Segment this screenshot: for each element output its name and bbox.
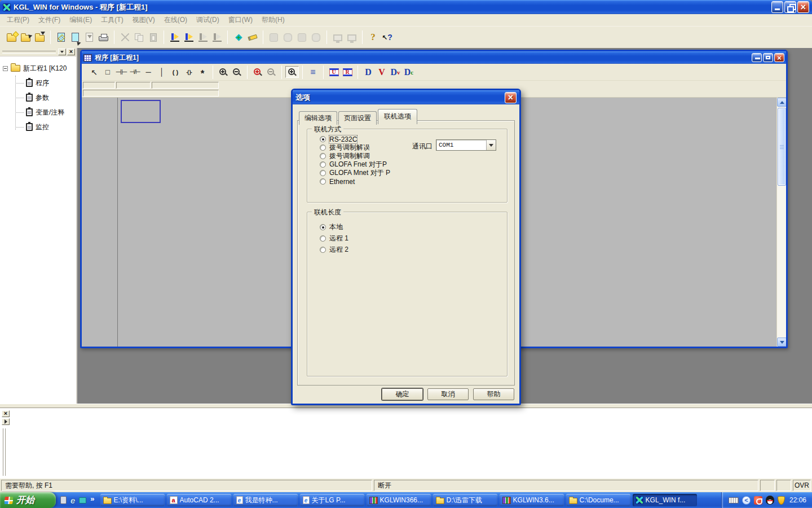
contact-open-icon[interactable] (114, 66, 128, 78)
dialog-close-icon[interactable] (505, 92, 517, 103)
tree-root[interactable]: 新工程1 [K120 (0, 61, 76, 76)
output-coil-icon[interactable] (182, 66, 196, 78)
task-explorer-e[interactable]: E:\资料\... (100, 494, 165, 506)
paste-icon[interactable] (146, 30, 160, 44)
zoom-area-icon[interactable] (285, 66, 299, 78)
child-maximize-button[interactable] (763, 53, 773, 62)
output-expand-icon[interactable] (2, 418, 10, 425)
task-browser-1[interactable]: 我是特种... (233, 494, 298, 506)
delete-rung-alt-icon[interactable] (210, 30, 224, 44)
insert-rung-alt-icon[interactable] (182, 30, 196, 44)
insert-rung-icon[interactable] (167, 30, 182, 44)
new-project-icon[interactable] (5, 30, 19, 44)
task-browser-2[interactable]: 关于LG P... (300, 494, 364, 506)
delete-rung-icon[interactable] (196, 30, 210, 44)
data-v-icon[interactable] (375, 66, 389, 78)
scrollbar-thumb[interactable] (778, 108, 786, 186)
task-explorer-c[interactable]: C:\Docume... (566, 494, 630, 506)
check-program-icon[interactable] (245, 30, 259, 44)
desktop-icon[interactable] (79, 497, 86, 503)
device-icon[interactable] (60, 496, 67, 504)
zoom-normal-icon[interactable] (251, 66, 264, 78)
collapse-icon[interactable] (3, 66, 8, 71)
rectangle-icon[interactable] (101, 66, 114, 78)
task-winrar-2[interactable]: KGLWIN3.6... (500, 494, 564, 506)
horizontal-line-icon[interactable] (142, 66, 155, 78)
radio-ethernet[interactable]: Ethernet (320, 177, 507, 186)
coil-icon[interactable] (169, 66, 182, 78)
read-from-plc-icon[interactable] (345, 30, 359, 44)
menu-help[interactable]: 帮助(H) (257, 14, 289, 27)
radio-remote-1[interactable]: 远程 1 (320, 233, 507, 244)
menu-edit[interactable]: 编辑(E) (65, 14, 96, 27)
task-winrar-1[interactable]: KGLWIN366... (367, 494, 431, 506)
new-program-icon[interactable] (54, 30, 68, 44)
chevron-down-icon[interactable] (486, 140, 496, 150)
radio-glofa-mnet[interactable]: GLOFA Mnet 对于 P (320, 169, 507, 177)
chevron-left-icon[interactable] (742, 496, 751, 505)
vertical-scrollbar[interactable] (776, 98, 786, 347)
scroll-down-icon[interactable] (777, 338, 786, 347)
tab-online-options[interactable]: 联机选项 (378, 109, 417, 124)
open-program-icon[interactable] (68, 30, 82, 44)
zoom-in-icon[interactable] (217, 66, 230, 78)
restore-button[interactable] (784, 1, 796, 13)
output-grip[interactable] (3, 428, 6, 476)
tree-item-variables[interactable]: 变量/注释 (0, 105, 76, 120)
panel-grip[interactable] (2, 51, 56, 54)
ie-icon[interactable] (70, 496, 75, 505)
tree-item-program[interactable]: 程序 (0, 76, 76, 90)
radio-dialup-modem-2[interactable]: 拨号调制解调 (320, 152, 507, 160)
menu-online[interactable]: 在线(O) (160, 14, 192, 27)
open-project-icon[interactable] (19, 30, 33, 44)
radio-glofa-fnet[interactable]: GLOFA Fnet 对于P (320, 160, 507, 169)
coil-reset-r-icon[interactable] (341, 66, 354, 78)
chevron-more-icon[interactable] (90, 494, 94, 503)
scroll-up-icon[interactable] (777, 98, 786, 107)
menu-window[interactable]: 窗口(W) (224, 14, 257, 27)
write-to-plc-icon[interactable] (330, 30, 345, 44)
field-cell[interactable] (83, 82, 115, 89)
pause-icon[interactable] (295, 30, 309, 44)
output-close-icon[interactable] (2, 410, 10, 417)
print-icon[interactable] (96, 30, 111, 44)
select-arrow-icon[interactable] (87, 66, 101, 78)
save-project-icon[interactable] (33, 30, 47, 44)
child-minimize-button[interactable] (752, 53, 762, 62)
minimize-button[interactable] (771, 1, 783, 13)
stop-icon[interactable] (281, 30, 295, 44)
panel-dropdown-icon[interactable] (58, 49, 66, 55)
red-app-icon[interactable] (754, 496, 762, 505)
task-kglwin[interactable]: KGL_WIN f... (633, 494, 697, 506)
start-button[interactable]: 开始 (0, 492, 56, 508)
tree-item-parameters[interactable]: 参数 (0, 90, 76, 105)
child-close-button[interactable] (774, 53, 784, 62)
shield-icon[interactable] (778, 496, 785, 505)
menu-tools[interactable]: 工具(T) (96, 14, 127, 27)
cut-icon[interactable] (118, 30, 132, 44)
tab-edit-options[interactable]: 编辑选项 (299, 111, 337, 125)
tab-page-setup[interactable]: 页面设置 (338, 111, 377, 125)
field-cell[interactable] (116, 82, 151, 89)
close-button[interactable] (797, 1, 809, 13)
compile-icon[interactable] (231, 30, 245, 44)
comm-port-select[interactable]: COM1 (436, 139, 496, 151)
save-program-icon[interactable] (82, 30, 96, 44)
tree-item-monitor[interactable]: 监控 (0, 120, 76, 134)
go-run-icon[interactable] (267, 30, 281, 44)
task-explorer-d[interactable]: D:\迅雷下载 (433, 494, 497, 506)
qq-icon[interactable] (766, 496, 774, 505)
field-cell-wide[interactable] (83, 90, 219, 97)
data-d-icon[interactable] (361, 66, 375, 78)
contact-closed-icon[interactable] (128, 66, 142, 78)
menu-file[interactable]: 文件(F) (34, 14, 65, 27)
data-dv-icon[interactable] (389, 66, 402, 78)
menu-view[interactable]: 视图(V) (128, 14, 160, 27)
function-block-icon[interactable] (196, 66, 209, 78)
panel-close-icon[interactable] (67, 49, 75, 55)
data-dc-icon[interactable] (402, 66, 416, 78)
help-icon[interactable] (366, 30, 380, 44)
zoom-out-icon[interactable] (230, 66, 244, 78)
context-help-icon[interactable] (380, 30, 394, 44)
rung-lines-icon[interactable] (306, 66, 320, 78)
